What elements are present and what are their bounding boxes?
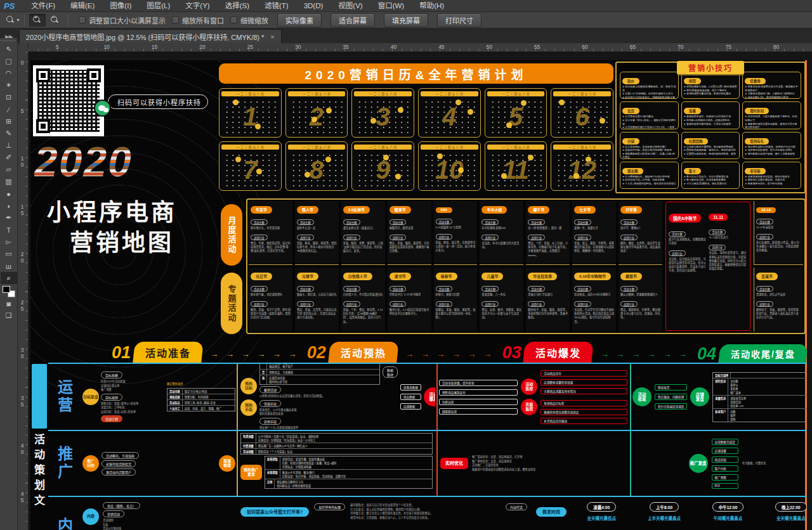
fill-screen-button[interactable]: 填充屏幕: [384, 13, 428, 27]
type-tool-icon[interactable]: T: [1, 224, 17, 236]
industry-text: 食品、美妆、服饰、旅游等，可包装踏青出游场景清单，唤醒用户春日消费。: [390, 242, 429, 254]
menu-item[interactable]: 文字(Y): [178, 0, 217, 12]
print-size-button[interactable]: 打印尺寸: [437, 13, 481, 27]
foreground-color-swatch[interactable]: [3, 286, 10, 293]
holiday-name: 踏青节: [390, 206, 411, 214]
zoom-tool-icon[interactable]: ⌕: [1, 272, 17, 284]
weekday-header: 一 二 三 四 五 六 日: [487, 145, 545, 150]
industry-text: 服饰、美妆、电子产品等，跨年迎新用户可送第一波新年福利，借势打造开门红氛围。: [251, 308, 291, 320]
path-select-tool-icon[interactable]: ▻: [1, 236, 17, 248]
gradient-tool-icon[interactable]: ▥: [1, 176, 17, 188]
history-brush-tool-icon[interactable]: ✐: [1, 152, 17, 164]
screen-mode-icon[interactable]: ❏: [1, 309, 17, 321]
promo-goal-box: 激活站内沉默用户: [102, 469, 136, 475]
separator: [24, 15, 25, 26]
vertical-ruler[interactable]: 051015202530354045: [18, 52, 29, 530]
poster-image: 扫码可以获得小程序扶持 2020 小程序电商 营销地图 2020营销日历&全年营…: [30, 60, 807, 530]
closing-boxes: 物流发货售后跟进、问题处理积分兑现返还或退还: [655, 384, 687, 411]
industry-tag: 适用行业: [574, 301, 591, 307]
lasso-tool-icon[interactable]: ◠: [1, 67, 17, 79]
monthly-activity-card: 情人节 活动主题 爱你不止这一天 适用行业 美妆、鲜花、服饰、家居等，情侣礼物专…: [295, 201, 339, 265]
phase-4-header: 04 活动收尾/复盘: [697, 344, 807, 363]
panel-grip[interactable]: ••••••••: [1, 38, 16, 43]
dodge-tool-icon[interactable]: ◖: [1, 200, 17, 212]
phase-banner: 活动收尾/复盘: [719, 344, 807, 363]
scrubby-zoom-checkbox[interactable]: [230, 16, 237, 23]
tips-title-ribbon: 营销小技巧: [677, 61, 744, 74]
menu-item[interactable]: 图像(I): [102, 0, 139, 12]
shape-tool-icon[interactable]: ▭: [1, 248, 17, 260]
industry-text: 食品、个护、美妆、水上乐园、小家电等，可做端午粽子礼盒专场，主推清爽不油腻，无惧…: [528, 242, 568, 257]
brush-tool-icon[interactable]: ✎: [1, 127, 17, 139]
warmup-promo-table: 新客获取 营销活动：裂变传播、促进传播达成 社群：利用分销码持续裂变 / 直播：…: [265, 456, 433, 489]
horizontal-ruler[interactable]: 5101520253035404550556065707580: [29, 43, 812, 52]
theme-text: 来一场“粽情蜜意”，清凉一夏: [528, 226, 568, 230]
marquee-tool-icon[interactable]: ▢: [1, 55, 17, 67]
document-tab[interactable]: 2020小程序电商营销地图.jpg @ 12.5% (扫码可以获得小程序扶持, …: [19, 29, 282, 43]
industry-tag: 适用行业: [528, 235, 545, 240]
menu-item[interactable]: 窗口(W): [370, 0, 412, 12]
table-row: 免费流量 公众号粉丝 / 社群人员「好友裂变」玩法、涨粉拉新 店铺会员 / 分销…: [241, 434, 432, 443]
actual-pixels-button[interactable]: 实际像素: [277, 13, 322, 27]
fit-screen-button[interactable]: 适合屏幕: [331, 13, 375, 27]
clone-stamp-tool-icon[interactable]: ⊥: [1, 139, 17, 152]
theme-tag: 活动主题: [620, 286, 638, 292]
tip-bullets: ➤ 直播前预告造势，社群和公众号提前引流 ➤ 秒杀款+利润款组合排品，边播边促转…: [684, 115, 738, 126]
zoom-in-button[interactable]: +: [29, 14, 46, 27]
resize-windows-checkbox[interactable]: [79, 16, 86, 23]
eraser-tool-icon[interactable]: ▱: [1, 164, 17, 176]
time-note: 上半天曝光最高点: [648, 515, 681, 521]
industry-tag: 适用行业: [709, 245, 726, 250]
table-row: 新客获取 营销活动：裂变传播、促进传播达成 社群：利用分销码持续裂变 / 直播：…: [265, 456, 432, 469]
review-box: 客户分析: [712, 465, 738, 472]
menu-item[interactable]: 图层(L): [139, 0, 178, 12]
quick-mask-icon[interactable]: ◙: [1, 297, 17, 309]
eyedropper-tool-icon[interactable]: ∕: [1, 103, 17, 115]
close-tab-icon[interactable]: ×: [270, 33, 274, 41]
ruler-number: 25: [247, 43, 295, 51]
goal-breakdown-lines: 阿里2019年活动复盘 店铺同比增长率 推广预算: [101, 380, 165, 392]
theme-tag: 活动主题: [343, 286, 360, 292]
page-monitor-node: 页面 监控: [521, 399, 537, 415]
industry-text: 全品类，年中力度最大的大促活动。: [481, 242, 521, 250]
chevron-down-icon[interactable]: ▼: [16, 18, 20, 22]
tip-card: 砍价 ➤ 砍价选高认知度商品/爆款商品，如：快消/引流品 ➤ 设置2-3个价格梯…: [620, 72, 679, 99]
monthly-activity-card: 年中大促 活动主题 年中钜惠购 超省618 适用行业 全品类，年中力度最大的大促…: [480, 201, 523, 265]
industry-text: 全品类，电商年度狂欢节，通过多种玩法的营销组合拳，可提前预热蓄足流量，同时尽可以…: [709, 251, 747, 271]
national-day-double11-box: 国庆&中秋节 活动主题 双节气氛浓郁围天，欢聚假期出行场景 适用行业 全品类，结…: [665, 202, 750, 331]
menu-item[interactable]: 3D(D): [296, 0, 331, 12]
menu-item[interactable]: 视图(V): [331, 0, 370, 12]
move-tool-icon[interactable]: ⇖: [1, 43, 17, 55]
color-swatches[interactable]: [3, 286, 15, 297]
document-canvas[interactable]: 扫码可以获得小程序扶持 2020 小程序电商 营销地图 2020营销日历&全年营…: [29, 52, 812, 530]
special-activity-card: 6.18年中购物节 活动主题 狂欢热卖，就在618年中购物节 适用行业 全品类，…: [572, 268, 616, 332]
zoom-all-windows-checkbox[interactable]: [172, 16, 179, 23]
tool-buttons: ⇖▢◠✶⊡∕⊞✎⊥✐▱▥●◖✒T▻▭ш⌕: [1, 43, 17, 284]
tip-card: 限时折扣 ➤ 折扣时间短、力度大更能刺激下单转化，拉动店铺人气 ➤ 高客单价商品…: [742, 101, 801, 129]
zoom-tool-icon[interactable]: [6, 16, 15, 24]
tip-title: 分销: [622, 138, 639, 145]
pen-tool-icon[interactable]: ✒: [1, 212, 17, 224]
blur-tool-icon[interactable]: ●: [1, 188, 17, 200]
month-number: 11: [485, 150, 547, 190]
industry-text: 图书行业，4.23前后打造成专属书单的读书日主题购书节。: [390, 308, 429, 316]
hand-tool-icon[interactable]: ш: [1, 260, 17, 272]
ruler-corner: [18, 43, 29, 52]
menu-item[interactable]: 滤镜(T): [257, 0, 296, 12]
month-card: 一 二 三 四 五 六 日 8: [285, 141, 348, 191]
menu-item[interactable]: 帮助(H): [412, 0, 452, 12]
closing-box: 积分兑现返还或退还: [655, 403, 687, 410]
closing-box: 售后跟进、问题处理: [655, 394, 687, 400]
holiday-name: 开学季: [620, 206, 642, 214]
industry-text: 美妆、个护、食品、鲜花等，3.14回礼专场：“买1A赠她1A最好的”，设置多款爆…: [343, 308, 383, 324]
industry-text: 全品类，针对学生党可叠加专属补贴和特价活动，购买指定商品立减300元预估，吸引毕…: [574, 308, 614, 324]
month-card: 一 二 三 四 五 六 日 3: [351, 88, 414, 138]
menu-item[interactable]: 编辑(E): [63, 0, 102, 12]
menu-item[interactable]: 文件(F): [23, 0, 63, 12]
zoom-out-button[interactable]: −: [47, 14, 63, 27]
tip-bullets: ➤ 新客进店券/老客回访券分开设置，精准触达不同场景用户 ➤ 大额券设置使用门槛…: [745, 85, 799, 99]
magic-wand-tool-icon[interactable]: ✶: [1, 79, 17, 91]
crop-tool-icon[interactable]: ⊡: [1, 91, 17, 103]
menu-item[interactable]: 选择(S): [218, 0, 257, 12]
healing-brush-tool-icon[interactable]: ⊞: [1, 115, 17, 127]
